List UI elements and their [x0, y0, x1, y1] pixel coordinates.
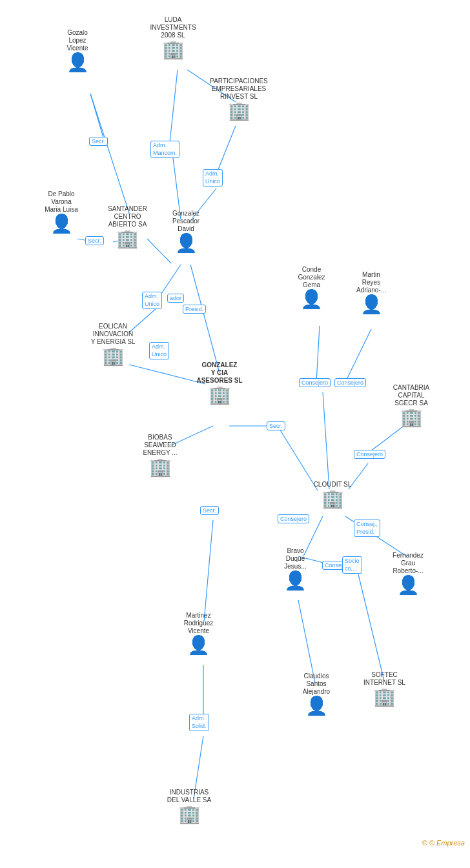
svg-line-16 — [345, 329, 371, 382]
fernandez-icon[interactable]: 👤 — [397, 576, 420, 594]
node-fernandez: FernandezGrauRoberto-... 👤 — [382, 552, 434, 594]
node-martinez: MartinezRodriguezVicente 👤 — [171, 612, 226, 654]
node-gonzalez-cia: GONZALEZY CIAASESORES SL 🏢 — [190, 361, 249, 404]
softec-label: SOFTECINTERNET SL — [363, 671, 405, 687]
badge-secr-2[interactable]: Secr. — [85, 236, 104, 245]
biobas-icon[interactable]: 🏢 — [149, 458, 172, 476]
badge-adm-unico-3[interactable]: Adm.Unico — [149, 342, 169, 359]
badge-presid[interactable]: Presid. — [183, 305, 206, 314]
participaciones-icon[interactable]: 🏢 — [228, 102, 250, 120]
bravo-icon[interactable]: 👤 — [284, 572, 307, 590]
badge-adm-solid[interactable]: Adm.Solid. — [189, 714, 209, 731]
badge-ador[interactable]: ador — [167, 294, 184, 303]
svg-line-18 — [368, 423, 408, 453]
cantabria-icon[interactable]: 🏢 — [400, 409, 423, 427]
cloudit-label: CLOUDIT SL — [314, 481, 352, 489]
martinez-label: MartinezRodriguezVicente — [184, 612, 214, 635]
badge-consejero-1[interactable]: Consejero — [299, 378, 331, 387]
svg-line-1 — [90, 94, 129, 213]
badge-consej-presid[interactable]: Consej.,Presid. — [354, 520, 380, 537]
cloudit-icon[interactable]: 🏢 — [322, 490, 344, 508]
svg-line-0 — [90, 94, 105, 142]
bravo-label: BravoDuqueJesus... — [284, 547, 306, 570]
conde-label: CondeGonzalezGema — [298, 266, 325, 289]
node-cloudit: CLOUDIT SL 🏢 — [303, 481, 362, 508]
eolican-label: EOLICANINNOVACIONY ENERGIA SL — [91, 323, 136, 346]
gozalo-icon[interactable]: 👤 — [66, 54, 89, 72]
cantabria-label: CANTABRIACAPITALSGECR SA — [393, 384, 430, 407]
svg-line-2 — [169, 70, 178, 148]
node-bravo: BravoDuqueJesus... 👤 — [271, 547, 320, 590]
badge-adm-unico-1[interactable]: Adm.Unico — [203, 169, 223, 187]
svg-line-27 — [204, 520, 213, 621]
svg-line-26 — [358, 574, 384, 681]
depablo-label: De PabloVaronaMaria Luisa — [45, 190, 78, 214]
martin-label: MartinReyesAdriano-... — [356, 271, 386, 294]
node-martin: MartinReyesAdriano-... 👤 — [345, 271, 397, 314]
node-participaciones: PARTICIPACIONESEMPRESARIALESRINVEST SL 🏢 — [207, 77, 271, 120]
svg-line-4 — [216, 126, 236, 174]
badge-adm-unico-2[interactable]: Adm.Unico — [142, 292, 162, 309]
luda-label: LUDA INVESTMENTS 2008 SL — [147, 16, 199, 39]
node-gonzalez-pescador: GonzalezPescadorDavid 👤 — [160, 210, 212, 252]
santander-label: SANTANDERCENTROABIERTO SA — [108, 205, 147, 228]
gonzalez-cia-label: GONZALEZY CIAASESORES SL — [196, 361, 242, 385]
node-conde: CondeGonzalezGema 👤 — [287, 266, 336, 308]
claudios-label: ClaudiosSantosAlejandro — [303, 672, 330, 696]
svg-line-10 — [190, 265, 220, 373]
node-claudios: ClaudiosSantosAlejandro 👤 — [291, 672, 342, 715]
node-luda: LUDA INVESTMENTS 2008 SL 🏢 — [147, 16, 199, 59]
biobas-label: BIOBASSEAWEEDENERGY ... — [143, 434, 177, 457]
badge-secr-4[interactable]: Secr. — [200, 506, 219, 515]
badge-consejero-4[interactable]: Consejero — [278, 514, 309, 523]
santander-icon[interactable]: 🏢 — [116, 230, 139, 248]
participaciones-label: PARTICIPACIONESEMPRESARIALESRINVEST SL — [210, 77, 267, 101]
gonzalez-pescador-label: GonzalezPescadorDavid — [172, 210, 199, 233]
svg-line-15 — [316, 326, 320, 382]
martinez-icon[interactable]: 👤 — [187, 636, 210, 654]
node-gozalo: GozaloLopezVicente 👤 — [52, 29, 103, 72]
gonzalez-cia-icon[interactable]: 🏢 — [209, 386, 231, 404]
badge-secr-3[interactable]: Secr. — [267, 421, 285, 430]
svg-line-11 — [160, 265, 181, 296]
watermark-copyright: © — [422, 839, 427, 847]
industrias-icon[interactable]: 🏢 — [178, 805, 201, 823]
industrias-label: INDUSTRIASDEL VALLE SA — [167, 789, 211, 804]
node-santander: SANTANDERCENTROABIERTO SA 🏢 — [100, 205, 155, 248]
badge-adm-mancom[interactable]: Adm.Mancom. — [150, 141, 179, 158]
node-biobas: BIOBASSEAWEEDENERGY ... 🏢 — [134, 434, 186, 476]
node-cantabria: CANTABRIACAPITALSGECR SA 🏢 — [382, 384, 440, 427]
gonzalez-pescador-icon[interactable]: 👤 — [175, 234, 198, 252]
gozalo-label: GozaloLopezVicente — [66, 29, 88, 52]
claudios-icon[interactable]: 👤 — [305, 697, 328, 715]
node-depablo: De PabloVaronaMaria Luisa 👤 — [36, 190, 87, 233]
depablo-icon[interactable]: 👤 — [50, 215, 73, 233]
badge-secr-1[interactable]: Secr. — [89, 137, 108, 146]
svg-line-17 — [323, 392, 329, 489]
diagram: LUDA INVESTMENTS 2008 SL 🏢 PARTICIPACION… — [0, 0, 470, 852]
luda-icon[interactable]: 🏢 — [162, 41, 185, 59]
svg-line-24 — [298, 600, 315, 683]
badge-consejero-3[interactable]: Consejero — [354, 450, 385, 459]
watermark: © © Empresa — [422, 839, 465, 847]
fernandez-label: FernandezGrauRoberto-... — [393, 552, 424, 575]
node-industrias: INDUSTRIASDEL VALLE SA 🏢 — [160, 789, 218, 823]
eolican-icon[interactable]: 🏢 — [102, 347, 125, 365]
martin-icon[interactable]: 👤 — [360, 296, 383, 314]
conde-icon[interactable]: 👤 — [300, 290, 323, 308]
softec-icon[interactable]: 🏢 — [373, 688, 396, 706]
badge-socio[interactable]: Socioco,... — [342, 556, 362, 574]
watermark-text: © Empresa — [429, 839, 465, 847]
node-eolican: EOLICANINNOVACIONY ENERGIA SL 🏢 — [84, 323, 142, 365]
badge-consejero-2[interactable]: Consejero — [334, 378, 366, 387]
node-softec: SOFTECINTERNET SL 🏢 — [357, 671, 412, 706]
